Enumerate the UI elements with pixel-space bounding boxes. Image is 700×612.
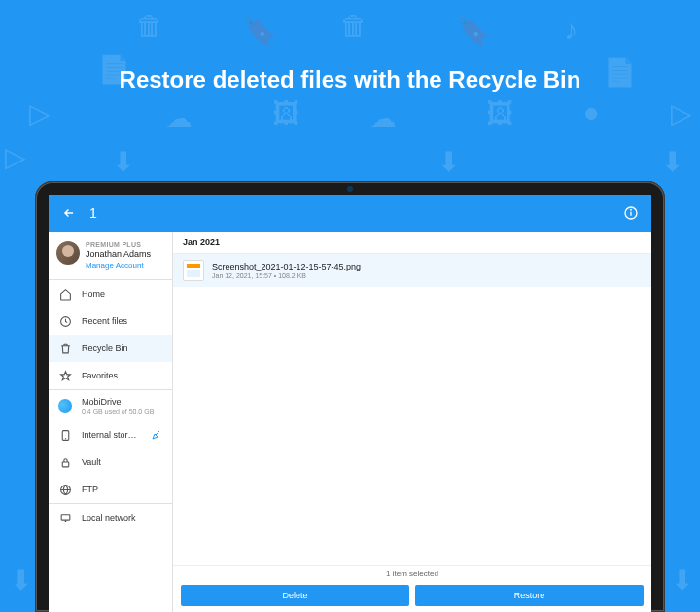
network-icon	[58, 511, 72, 524]
nav-label: Recent files	[82, 316, 127, 326]
main-panel: Jan 2021 Screenshot_2021-01-12-15-57-45.…	[173, 232, 651, 612]
trash-icon	[58, 342, 72, 355]
file-thumbnail	[183, 260, 204, 281]
delete-button[interactable]: Delete	[181, 585, 409, 606]
section-header: Jan 2021	[173, 232, 651, 254]
sidebar-item-home[interactable]: Home	[49, 280, 172, 307]
clock-icon	[58, 314, 72, 328]
sidebar-item-recycle-bin[interactable]: Recycle Bin	[49, 335, 172, 362]
nav-label: MobiDrive	[82, 397, 154, 407]
file-row[interactable]: Screenshot_2021-01-12-15-57-45.png Jan 1…	[173, 254, 651, 287]
restore-button[interactable]: Restore	[415, 585, 644, 606]
plan-label: PREMIUM PLUS	[86, 241, 151, 248]
sidebar-item-ftp[interactable]: FTP	[49, 476, 172, 503]
phone-icon	[58, 428, 72, 442]
avatar[interactable]	[56, 241, 80, 265]
nav-label: Vault	[82, 457, 101, 467]
nav-label: Internal stora…	[82, 430, 141, 440]
selection-count: 1 item selected	[173, 566, 651, 581]
nav-label: Home	[82, 289, 105, 299]
nav-label: FTP	[82, 485, 98, 494]
sidebar: PREMIUM PLUS Jonathan Adams Manage Accou…	[49, 232, 173, 612]
app-bar: 1	[49, 195, 651, 232]
footer-bar: 1 item selected Delete Restore	[173, 565, 651, 612]
hero-title: Restore deleted files with the Recycle B…	[0, 66, 700, 93]
svg-rect-6	[62, 461, 69, 466]
lock-icon	[58, 455, 72, 469]
file-name: Screenshot_2021-01-12-15-57-45.png	[212, 262, 361, 271]
home-icon	[58, 287, 72, 301]
sidebar-item-recent[interactable]: Recent files	[49, 307, 172, 335]
appbar-title: 1	[89, 205, 97, 221]
file-meta: Jan 12, 2021, 15:57 • 108.2 KB	[212, 272, 361, 279]
svg-point-2	[631, 209, 632, 210]
tablet-frame: 1 PREMIUM PLUS Jonathan Adams Manage Acc…	[35, 181, 665, 612]
nav-label: Local network	[82, 513, 136, 522]
star-icon	[58, 369, 72, 382]
mobidrive-icon	[58, 399, 72, 413]
profile-section: PREMIUM PLUS Jonathan Adams Manage Accou…	[49, 232, 172, 279]
storage-usage: 0.4 GB used of 50.0 GB	[82, 408, 154, 414]
screen: 1 PREMIUM PLUS Jonathan Adams Manage Acc…	[49, 195, 651, 612]
username: Jonathan Adams	[86, 249, 151, 259]
sidebar-item-mobidrive[interactable]: MobiDrive 0.4 GB used of 50.0 GB	[49, 390, 172, 421]
file-list: Screenshot_2021-01-12-15-57-45.png Jan 1…	[173, 254, 651, 565]
globe-icon	[58, 483, 72, 496]
clean-icon[interactable]	[151, 429, 162, 441]
nav-label: Favorites	[82, 371, 118, 380]
info-button[interactable]	[622, 204, 640, 222]
sidebar-item-favorites[interactable]: Favorites	[49, 362, 172, 389]
sidebar-item-internal-storage[interactable]: Internal stora…	[49, 421, 172, 449]
sidebar-item-vault[interactable]: Vault	[49, 449, 172, 476]
svg-rect-8	[61, 514, 70, 519]
nav-label: Recycle Bin	[82, 343, 128, 353]
manage-account-link[interactable]: Manage Account	[86, 261, 151, 270]
camera-dot	[347, 186, 353, 192]
back-button[interactable]	[60, 204, 78, 222]
sidebar-item-local-network[interactable]: Local network	[49, 504, 172, 531]
